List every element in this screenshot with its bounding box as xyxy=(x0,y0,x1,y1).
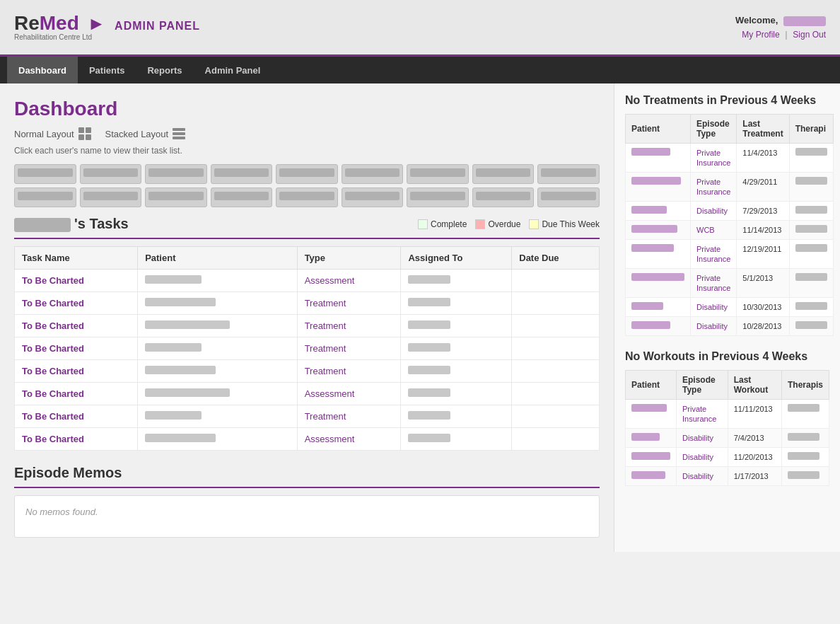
user-btn-7[interactable] xyxy=(407,164,469,184)
welcome-label: Welcome, xyxy=(735,15,778,25)
my-profile-link[interactable]: My Profile xyxy=(742,30,779,40)
user-btn-15[interactable] xyxy=(342,187,404,207)
treatment-episode-type: Private Insurance xyxy=(696,149,730,167)
treatment-row: Private Insurance 12/19/2011 xyxy=(626,240,834,269)
user-btn-1[interactable] xyxy=(14,164,76,184)
col-patient: Patient xyxy=(138,247,297,270)
task-date-cell xyxy=(512,315,600,337)
user-btn-13[interactable] xyxy=(211,187,273,207)
logo-arrow-icon: ► xyxy=(88,13,106,34)
header: ReMed ► ADMIN PANEL Rehabilitation Centr… xyxy=(0,0,840,57)
user-btn-11[interactable] xyxy=(80,187,142,207)
stacked-layout-btn[interactable]: Stacked Layout xyxy=(105,127,186,140)
normal-layout-label: Normal Layout xyxy=(14,129,74,139)
user-btn-6[interactable] xyxy=(342,164,404,184)
treatment-episode-type: Disability xyxy=(696,303,728,311)
treatment-therapist xyxy=(795,206,827,214)
logo-subtitle: Rehabilitation Centre Ltd xyxy=(14,33,200,41)
workout-episode-type: Private Insurance xyxy=(682,405,716,423)
task-row: To Be Charted Treatment xyxy=(15,337,600,360)
nav-patients[interactable]: Patients xyxy=(78,57,136,83)
treatment-patient xyxy=(631,302,663,310)
link-separator: | xyxy=(785,29,787,40)
task-name-cell[interactable]: To Be Charted xyxy=(22,343,84,354)
grid-icon xyxy=(78,127,91,140)
task-date-cell xyxy=(512,270,600,292)
task-name-cell[interactable]: To Be Charted xyxy=(22,275,84,286)
tasks-divider xyxy=(14,238,600,239)
treatment-row: Private Insurance 4/29/2011 xyxy=(626,173,834,202)
workout-episode-type: Disability xyxy=(682,472,713,480)
treatment-date: 11/4/2013 xyxy=(742,149,777,157)
layout-controls: Normal Layout Stacked Layout xyxy=(14,127,600,140)
task-row: To Be Charted Treatment xyxy=(15,360,600,383)
workout-row: Disability 1/17/2013 xyxy=(626,467,829,486)
treatment-patient xyxy=(631,225,677,233)
treatment-date: 11/14/2013 xyxy=(742,226,781,234)
treatment-therapist xyxy=(795,273,827,281)
task-date-cell xyxy=(512,383,600,405)
user-btn-2[interactable] xyxy=(80,164,142,184)
user-btn-16[interactable] xyxy=(407,187,469,207)
treatments-table: Patient Episode Type Last Treatment Ther… xyxy=(625,114,834,336)
user-area: Welcome, My Profile | Sign Out xyxy=(735,15,826,40)
treatment-therapist xyxy=(795,244,827,252)
task-type-cell: Treatment xyxy=(305,298,346,308)
user-btn-3[interactable] xyxy=(145,164,207,184)
task-name-cell[interactable]: To Be Charted xyxy=(22,298,84,308)
user-btn-5[interactable] xyxy=(276,164,338,184)
user-name-blurred xyxy=(783,16,826,26)
user-btn-12[interactable] xyxy=(145,187,207,207)
nav-dashboard[interactable]: Dashboard xyxy=(7,57,78,83)
task-patient-cell xyxy=(145,366,216,374)
user-btn-4[interactable] xyxy=(211,164,273,184)
task-name-cell[interactable]: To Be Charted xyxy=(22,366,84,376)
nav-admin-panel[interactable]: Admin Panel xyxy=(194,57,272,83)
normal-layout-btn[interactable]: Normal Layout xyxy=(14,127,91,140)
task-name-cell[interactable]: To Be Charted xyxy=(22,320,84,331)
user-btn-18[interactable] xyxy=(537,187,600,207)
user-links: My Profile | Sign Out xyxy=(735,29,826,40)
task-name-cell[interactable]: To Be Charted xyxy=(22,411,84,422)
user-btn-8[interactable] xyxy=(472,164,535,184)
nav: Dashboard Patients Reports Admin Panel xyxy=(0,57,840,83)
user-btn-17[interactable] xyxy=(472,187,535,207)
treatment-patient xyxy=(631,206,667,214)
workouts-table: Patient Episode Type Last Workout Therap… xyxy=(625,370,829,486)
sign-out-link[interactable]: Sign Out xyxy=(793,30,826,40)
legend-due-week-box xyxy=(529,219,539,229)
treatment-row: Private Insurance 11/4/2013 xyxy=(626,144,834,173)
treatment-patient xyxy=(631,273,684,281)
user-btn-10[interactable] xyxy=(14,187,76,207)
user-btn-14[interactable] xyxy=(276,187,338,207)
task-patient-cell xyxy=(145,343,202,352)
user-btn-9[interactable] xyxy=(537,164,600,184)
wk-col-episode: Episode Type xyxy=(677,371,728,400)
workout-date: 11/11/2013 xyxy=(734,405,773,413)
task-name-cell[interactable]: To Be Charted xyxy=(22,388,84,399)
task-assigned-cell xyxy=(408,411,450,420)
legend-due-week: Due This Week xyxy=(529,219,600,229)
col-assigned-to: Assigned To xyxy=(401,247,512,270)
treatment-episode-type: Disability xyxy=(696,322,728,330)
tasks-table: Task Name Patient Type Assigned To Date … xyxy=(14,246,600,451)
tasks-tbody: To Be Charted Assessment To Be Charted T… xyxy=(15,270,600,451)
task-date-cell xyxy=(512,337,600,360)
task-name-cell[interactable]: To Be Charted xyxy=(22,434,84,444)
workout-episode-type: Disability xyxy=(682,453,713,461)
task-date-cell xyxy=(512,428,600,451)
right-panel: No Treatments in Previous 4 Weeks Patien… xyxy=(614,83,840,552)
task-row: To Be Charted Assessment xyxy=(15,428,600,451)
legend-overdue-label: Overdue xyxy=(488,219,520,229)
wk-col-therapist: Therapis xyxy=(781,371,829,400)
treatment-therapist xyxy=(795,302,827,310)
legend-complete-label: Complete xyxy=(431,219,467,229)
task-date-cell xyxy=(512,405,600,428)
tasks-user-name-blurred xyxy=(14,218,71,232)
workout-date: 11/20/2013 xyxy=(734,453,773,461)
task-assigned-cell xyxy=(408,275,450,284)
memos-title: Episode Memos xyxy=(14,465,600,481)
nav-reports[interactable]: Reports xyxy=(136,57,193,83)
task-patient-cell xyxy=(145,411,202,420)
task-row: To Be Charted Assessment xyxy=(15,383,600,405)
